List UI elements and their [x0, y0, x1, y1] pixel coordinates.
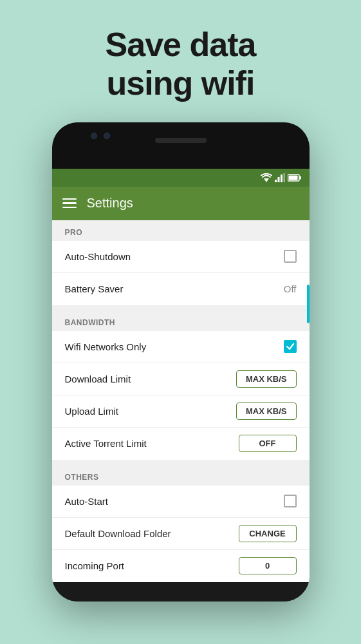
svg-rect-7 [288, 175, 297, 180]
checkbox-auto-shutdown[interactable] [284, 250, 297, 263]
row-incoming-port: Incoming Port 0 [52, 550, 310, 582]
btn-active-torrent-limit[interactable]: OFF [239, 435, 297, 452]
label-incoming-port: Incoming Port [65, 560, 125, 571]
row-wifi-networks-only: Wifi Networks Only [52, 331, 310, 363]
label-active-torrent-limit: Active Torrent Limit [65, 438, 147, 449]
checkbox-auto-start[interactable] [284, 495, 297, 507]
status-bar [52, 169, 310, 187]
signal-icon [275, 173, 285, 182]
hamburger-line-2 [62, 202, 77, 204]
phone-cameras [91, 133, 110, 139]
btn-upload-limit[interactable]: MAX KB/S [236, 402, 297, 420]
label-download-limit: Download Limit [65, 374, 131, 384]
toolbar-title: Settings [87, 196, 133, 211]
phone-speaker [155, 138, 207, 143]
section-header-bandwidth: BANDWIDTH [52, 310, 310, 331]
toolbar: Settings [52, 187, 310, 220]
battery-icon [288, 174, 302, 182]
section-others: OTHERS Auto-Start Default Download Folde… [52, 465, 310, 582]
row-download-limit: Download Limit MAX KB/S [52, 363, 310, 395]
row-auto-shutdown: Auto-Shutdown [52, 241, 310, 273]
scroll-indicator [307, 285, 310, 323]
camera-dot-2 [104, 133, 110, 139]
btn-change-folder[interactable]: CHANGE [239, 525, 297, 542]
section-pro: PRO Auto-Shutdown Battery Saver Off [52, 220, 310, 305]
status-icons [261, 173, 302, 182]
phone-frame: Settings PRO Auto-Shutdown Battery Saver… [52, 122, 310, 601]
hamburger-menu-icon[interactable] [62, 198, 77, 209]
svg-rect-1 [275, 180, 277, 182]
section-header-others: OTHERS [52, 465, 310, 486]
wifi-icon [261, 173, 272, 182]
row-battery-saver[interactable]: Battery Saver Off [52, 273, 310, 305]
svg-rect-2 [277, 177, 279, 182]
section-bandwidth: BANDWIDTH Wifi Networks Only Download Li… [52, 310, 310, 460]
btn-download-limit[interactable]: MAX KB/S [236, 370, 297, 388]
settings-content: PRO Auto-Shutdown Battery Saver Off BAND… [52, 220, 310, 582]
label-auto-start: Auto-Start [65, 496, 109, 507]
phone-bezel-top [52, 122, 310, 169]
camera-dot-1 [91, 133, 97, 139]
phone-bezel-bottom [52, 582, 310, 601]
row-upload-limit: Upload Limit MAX KB/S [52, 395, 310, 428]
row-active-torrent-limit: Active Torrent Limit OFF [52, 428, 310, 460]
hero-title: Save data using wifi [106, 26, 256, 103]
section-header-pro: PRO [52, 220, 310, 241]
row-default-download-folder: Default Download Folder CHANGE [52, 518, 310, 550]
svg-rect-6 [299, 176, 301, 179]
checkbox-wifi-networks-only[interactable] [284, 340, 297, 353]
label-battery-saver: Battery Saver [65, 283, 124, 294]
hamburger-line-3 [62, 207, 77, 209]
svg-rect-4 [283, 173, 285, 182]
checkmark-icon [286, 342, 295, 351]
btn-incoming-port[interactable]: 0 [239, 557, 297, 574]
hamburger-line-1 [62, 198, 77, 200]
divider-1 [52, 305, 310, 310]
label-auto-shutdown: Auto-Shutdown [65, 251, 131, 262]
svg-marker-0 [264, 178, 269, 182]
label-wifi-networks-only: Wifi Networks Only [65, 341, 147, 352]
divider-2 [52, 460, 310, 465]
label-default-download-folder: Default Download Folder [65, 528, 171, 539]
label-upload-limit: Upload Limit [65, 406, 118, 417]
row-auto-start: Auto-Start [52, 486, 310, 518]
value-battery-saver: Off [284, 283, 297, 294]
svg-rect-3 [281, 175, 282, 182]
